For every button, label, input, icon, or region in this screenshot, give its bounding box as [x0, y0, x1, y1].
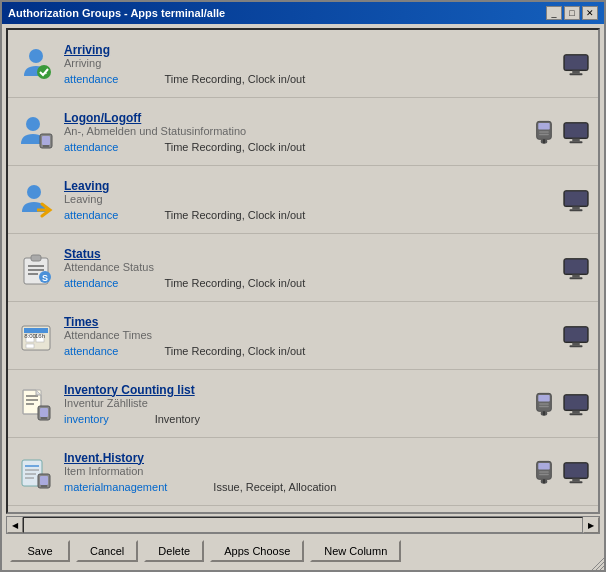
svg-rect-84 — [569, 481, 582, 483]
list-item[interactable]: 8:00 16h Times Attendance Times attendan… — [8, 302, 598, 370]
scanner-icon[interactable] — [530, 118, 558, 146]
item-category: attendance — [64, 345, 118, 357]
svg-rect-58 — [538, 395, 549, 402]
svg-rect-78 — [539, 473, 549, 475]
item-category: attendance — [64, 141, 118, 153]
svg-rect-6 — [569, 73, 582, 75]
item-actions — [530, 458, 590, 486]
list-item[interactable]: Inventory Counting list Inventur Zähllis… — [8, 370, 598, 438]
item-icon — [16, 180, 56, 220]
new-column-button[interactable]: New Column — [310, 540, 401, 562]
svg-rect-65 — [572, 410, 579, 413]
horizontal-scrollbar[interactable]: ◀ ▶ — [6, 516, 600, 534]
list-item[interactable]: Batch transfer Chargen umbuchen material… — [8, 506, 598, 512]
item-tags: Inventory — [155, 413, 200, 425]
scanner-icon[interactable] — [530, 390, 558, 418]
monitor-icon[interactable] — [562, 254, 590, 282]
scroll-left-button[interactable]: ◀ — [7, 517, 23, 533]
svg-rect-82 — [565, 463, 587, 477]
window-title: Authorization Groups - Apps terminal/all… — [8, 7, 225, 19]
monitor-icon[interactable] — [562, 118, 590, 146]
item-icon — [16, 112, 56, 152]
list-item[interactable]: → Arriving Arriving attendanceTime Recor… — [8, 30, 598, 98]
svg-rect-28 — [31, 255, 41, 261]
svg-rect-56 — [41, 417, 47, 419]
item-tags: Time Recording, Clock in/out — [164, 277, 305, 289]
item-actions — [562, 254, 590, 282]
svg-line-98 — [596, 562, 604, 570]
svg-rect-48 — [569, 345, 582, 347]
item-info: Leaving Leaving attendanceTime Recording… — [64, 179, 554, 221]
items-list[interactable]: → Arriving Arriving attendanceTime Recor… — [8, 30, 598, 512]
save-button[interactable]: Save — [10, 540, 70, 562]
resize-handle[interactable] — [592, 558, 604, 570]
item-info: Status Attendance Status attendanceTime … — [64, 247, 554, 289]
close-button[interactable]: ✕ — [582, 6, 598, 20]
svg-rect-9 — [42, 136, 50, 145]
item-category: inventory — [64, 413, 109, 425]
item-tags: Time Recording, Clock in/out — [164, 209, 305, 221]
item-meta: inventoryInventory — [64, 413, 522, 425]
svg-rect-14 — [539, 133, 549, 135]
item-actions — [530, 118, 590, 146]
svg-rect-36 — [572, 274, 579, 277]
item-actions — [530, 390, 590, 418]
item-icon: 8:00 16h — [16, 316, 56, 356]
item-meta: materialmanagementIssue, Receipt, Alloca… — [64, 481, 522, 493]
svg-rect-60 — [539, 405, 549, 407]
minimize-button[interactable]: _ — [546, 6, 562, 20]
svg-rect-46 — [565, 327, 587, 341]
title-bar: Authorization Groups - Apps terminal/all… — [2, 2, 604, 24]
item-info: Inventory Counting list Inventur Zähllis… — [64, 383, 522, 425]
list-item[interactable]: Invent.History Item Information material… — [8, 438, 598, 506]
item-info: Times Attendance Times attendanceTime Re… — [64, 315, 554, 357]
item-icon — [16, 452, 56, 492]
cancel-button[interactable]: Cancel — [76, 540, 138, 562]
svg-rect-10 — [43, 145, 49, 147]
svg-rect-25 — [572, 206, 579, 209]
item-subtitle: An-, Abmelden und Statusinformatino — [64, 125, 522, 137]
monitor-icon[interactable] — [562, 458, 590, 486]
monitor-icon[interactable] — [562, 50, 590, 78]
list-item[interactable]: S Status Attendance Status attendanceTim… — [8, 234, 598, 302]
scanner-icon[interactable] — [530, 458, 558, 486]
item-subtitle: Attendance Status — [64, 261, 554, 273]
item-subtitle: Item Information — [64, 465, 522, 477]
svg-rect-74 — [41, 485, 47, 487]
svg-rect-20 — [569, 141, 582, 143]
item-tags: Time Recording, Clock in/out — [164, 73, 305, 85]
maximize-button[interactable]: □ — [564, 6, 580, 20]
item-title: Times — [64, 315, 554, 329]
delete-button[interactable]: Delete — [144, 540, 204, 562]
item-category: attendance — [64, 73, 118, 85]
svg-rect-77 — [539, 471, 549, 473]
monitor-icon[interactable] — [562, 186, 590, 214]
list-item[interactable]: Logon/Logoff An-, Abmelden und Statusinf… — [8, 98, 598, 166]
item-subtitle: Leaving — [64, 193, 554, 205]
list-item[interactable]: Leaving Leaving attendanceTime Recording… — [8, 166, 598, 234]
svg-rect-37 — [569, 277, 582, 279]
svg-rect-66 — [569, 413, 582, 415]
scroll-right-button[interactable]: ▶ — [583, 517, 599, 533]
footer-buttons: Save Cancel Delete Apps Choose New Colum… — [6, 534, 600, 566]
svg-rect-76 — [538, 463, 549, 470]
item-category: attendance — [64, 209, 118, 221]
item-title: Arriving — [64, 43, 554, 57]
main-window: Authorization Groups - Apps terminal/all… — [0, 0, 606, 572]
item-category: attendance — [64, 277, 118, 289]
svg-rect-73 — [40, 476, 48, 485]
item-info: Arriving Arriving attendanceTime Recordi… — [64, 43, 554, 85]
apps-choose-button[interactable]: Apps Choose — [210, 540, 304, 562]
monitor-icon[interactable] — [562, 390, 590, 418]
item-tags: Time Recording, Clock in/out — [164, 345, 305, 357]
svg-rect-24 — [565, 191, 587, 205]
item-meta: attendanceTime Recording, Clock in/out — [64, 141, 522, 153]
monitor-icon[interactable] — [562, 322, 590, 350]
svg-rect-26 — [569, 209, 582, 211]
item-info: Invent.History Item Information material… — [64, 451, 522, 493]
svg-rect-47 — [572, 342, 579, 345]
svg-line-99 — [600, 566, 604, 570]
window-controls: _ □ ✕ — [546, 6, 598, 20]
scroll-track[interactable] — [23, 517, 583, 533]
item-actions — [562, 50, 590, 78]
